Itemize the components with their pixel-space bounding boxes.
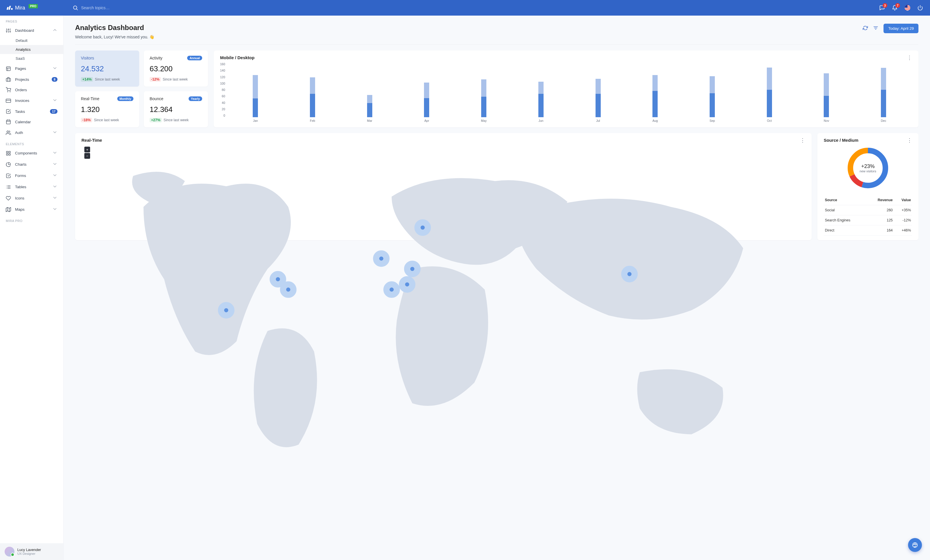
- sidebar-item-components[interactable]: Components: [0, 147, 63, 159]
- sidebar-item-tasks[interactable]: Tasks 17: [0, 106, 63, 117]
- search-input[interactable]: [81, 6, 168, 10]
- date-button[interactable]: Today: April 29: [884, 24, 918, 33]
- cart-icon: [6, 87, 11, 92]
- stat-since: Since last week: [163, 77, 188, 81]
- language-button[interactable]: [905, 5, 910, 11]
- sidebar-item-label: Components: [15, 151, 37, 155]
- user-name: Lucy Lavender: [17, 548, 41, 552]
- sidebar-item-tables[interactable]: Tables: [0, 181, 63, 193]
- chevron-down-icon: [52, 195, 57, 201]
- sidebar-item-orders[interactable]: Orders: [0, 84, 63, 95]
- filter-button[interactable]: [873, 25, 878, 32]
- th-value: Value: [894, 195, 912, 205]
- bar-col: Sep: [710, 62, 715, 123]
- sidebar-item-label: Pages: [15, 66, 26, 71]
- bar-col: Jul: [596, 62, 601, 123]
- donut-label: new visitors: [859, 169, 876, 173]
- sidebar-item-auth[interactable]: Auth: [0, 127, 63, 138]
- source-medium-card: Source / Medium ⋮ +23% new visitors Sour…: [818, 133, 918, 240]
- bars-area: JanFebMarAprMayJunJulAugSepOctNovDec: [227, 62, 912, 123]
- page-subtitle: Welcome back, Lucy! We've missed you. 👋: [75, 35, 154, 39]
- svg-point-17: [10, 92, 11, 92]
- svg-line-1: [76, 9, 77, 10]
- notifications-badge: 7: [895, 3, 900, 8]
- world-map[interactable]: [82, 145, 805, 476]
- messages-button[interactable]: 3: [879, 5, 885, 11]
- bar-col: Apr: [424, 62, 429, 123]
- user-footer[interactable]: Lucy Lavender UX Designer: [0, 543, 63, 560]
- sidebar-item-label: Tables: [15, 185, 26, 189]
- sidebar-item-label: Invoices: [15, 98, 29, 103]
- sidebar-item-projects[interactable]: Projects 8: [0, 74, 63, 84]
- briefcase-icon: [6, 77, 11, 82]
- sidebar-sub-default[interactable]: Default: [0, 36, 63, 45]
- main-content: Analytics Dashboard Welcome back, Lucy! …: [63, 15, 930, 560]
- projects-badge: 8: [52, 77, 57, 82]
- stat-label: Visitors: [81, 56, 94, 60]
- zoom-in-button[interactable]: +: [84, 147, 90, 152]
- svg-point-16: [8, 92, 8, 92]
- power-button[interactable]: [917, 5, 923, 11]
- svg-point-48: [402, 279, 413, 290]
- stat-change: +27%: [149, 118, 162, 123]
- grid-icon: [6, 151, 11, 156]
- stat-activity: ActivityAnnual 63.200 -12%Since last wee…: [144, 51, 208, 87]
- chevron-down-icon: [52, 206, 57, 212]
- sidebar-item-icons[interactable]: Icons: [0, 193, 63, 204]
- sidebar-sub-saas[interactable]: SaaS: [0, 54, 63, 63]
- sidebar-item-pages[interactable]: Pages: [0, 63, 63, 74]
- svg-point-24: [7, 131, 9, 132]
- sidebar-item-calendar[interactable]: Calendar: [0, 117, 63, 127]
- svg-rect-28: [6, 153, 8, 155]
- th-revenue: Revenue: [867, 195, 894, 205]
- stat-visitors: Visitors 24.532 +14%Since last week: [75, 51, 139, 87]
- bar-col: Aug: [653, 62, 657, 123]
- bar-col: Dec: [881, 62, 886, 123]
- users-icon: [6, 130, 11, 135]
- chevron-down-icon: [52, 130, 57, 136]
- avatar: [5, 547, 14, 557]
- list-icon: [6, 184, 11, 190]
- stat-bounce: BounceYearly 12.364 +27%Since last week: [144, 91, 208, 127]
- svg-point-42: [273, 274, 283, 284]
- stat-realtime: Real-TimeMonthly 1.320 -18%Since last we…: [75, 91, 139, 127]
- sidebar-section-pages: PAGES: [0, 15, 63, 25]
- sidebar-item-forms[interactable]: Forms: [0, 170, 63, 181]
- sidebar-item-label: Calendar: [15, 120, 31, 124]
- sidebar: PAGES Dashboard Default Analytics SaaS P…: [0, 15, 63, 560]
- svg-marker-35: [6, 207, 11, 212]
- stat-since: Since last week: [163, 118, 189, 122]
- logo[interactable]: Mira PRO: [7, 5, 38, 11]
- sidebar-item-invoices[interactable]: Invoices: [0, 95, 63, 106]
- bar-col: Mar: [367, 62, 372, 123]
- stat-change: -12%: [149, 77, 161, 82]
- notifications-button[interactable]: 7: [892, 5, 898, 11]
- table-row: Search Engines125-12%: [824, 215, 912, 226]
- sidebar-item-label: Charts: [15, 162, 26, 167]
- sidebar-item-charts[interactable]: Charts: [0, 159, 63, 170]
- calendar-icon: [6, 119, 11, 124]
- svg-rect-26: [9, 151, 11, 153]
- check-square-icon: [6, 173, 11, 178]
- zoom-out-button[interactable]: −: [84, 153, 90, 159]
- brand-name: Mira: [15, 5, 25, 11]
- sidebar-item-dashboard[interactable]: Dashboard: [0, 25, 63, 36]
- bar-col: Jun: [538, 62, 544, 123]
- mobile-desktop-chart: Mobile / Desktop ⋮ 160140120100806040200…: [214, 51, 918, 127]
- svg-point-41: [221, 305, 231, 316]
- layout-icon: [6, 66, 11, 71]
- sidebar-sub-analytics[interactable]: Analytics: [0, 45, 63, 54]
- bar-col: May: [481, 62, 487, 123]
- source-table: Source Revenue Value Social260+35%Search…: [824, 195, 912, 236]
- topbar: Mira PRO 3 7: [0, 0, 930, 15]
- svg-point-47: [417, 222, 428, 233]
- theme-fab[interactable]: [908, 538, 922, 552]
- sidebar-section-elements: ELEMENTS: [0, 138, 63, 147]
- sidebar-item-label: Tasks: [15, 109, 25, 114]
- sidebar-section-pro: MIRA PRO: [0, 215, 63, 224]
- svg-rect-25: [6, 151, 8, 153]
- sidebar-item-label: Maps: [15, 207, 25, 212]
- messages-badge: 3: [883, 3, 887, 8]
- sidebar-item-maps[interactable]: Maps: [0, 204, 63, 215]
- refresh-button[interactable]: [863, 25, 868, 32]
